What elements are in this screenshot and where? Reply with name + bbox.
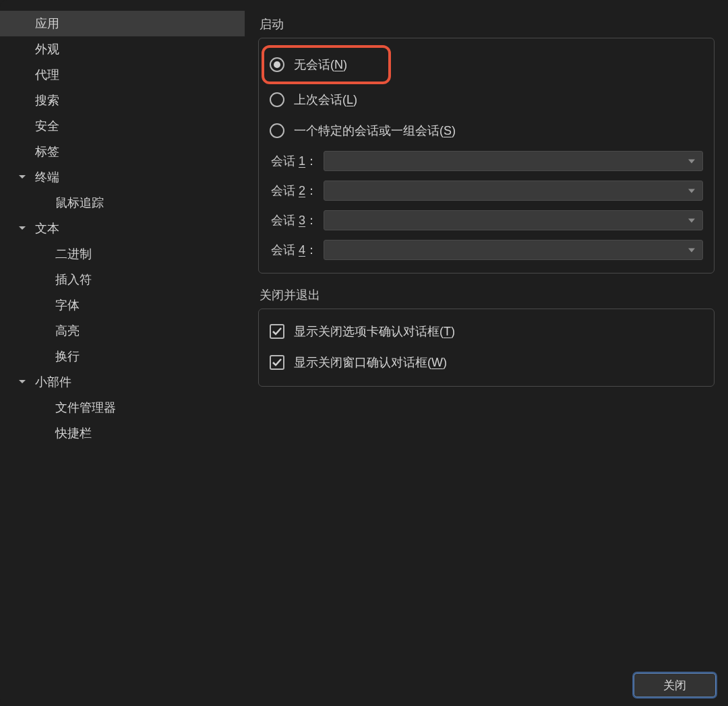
radio-label: 上次会话(L) [294, 92, 357, 108]
session-dropdown-2[interactable] [324, 181, 703, 201]
sidebar-item-label: 应用 [35, 15, 59, 32]
close-button-label: 关闭 [663, 678, 686, 693]
session-label: 会话 2： [270, 183, 324, 199]
sidebar-item-label: 搜索 [35, 92, 59, 108]
radio-label: 一个特定的会话或一组会话(S) [294, 123, 456, 139]
startup-heading: 启动 [260, 16, 715, 32]
sidebar-item-0[interactable]: 应用 [0, 11, 245, 36]
body-area: 应用外观代理搜索安全标签终端鼠标追踪文本二进制插入符字体高亮换行小部件文件管理器… [0, 0, 728, 664]
radio-icon [270, 57, 284, 72]
sidebar-item-13[interactable]: 换行 [0, 344, 245, 369]
startup-radio-1[interactable]: 上次会话(L) [270, 84, 703, 115]
session-row-1: 会话 1： [270, 146, 703, 176]
sidebar-item-10[interactable]: 插入符 [0, 267, 245, 292]
sidebar-item-label: 鼠标追踪 [55, 195, 104, 211]
session-label: 会话 3： [270, 212, 324, 228]
sidebar-item-label: 外观 [35, 41, 59, 57]
sidebar-item-1[interactable]: 外观 [0, 36, 245, 62]
checkbox-icon [270, 324, 284, 339]
chevron-down-icon[interactable] [18, 224, 27, 233]
sidebar-item-2[interactable]: 代理 [0, 62, 245, 88]
session-label: 会话 4： [270, 242, 324, 258]
sidebar-item-label: 高亮 [55, 323, 80, 339]
chevron-down-icon [688, 154, 696, 168]
dialog-footer: 关闭 [0, 664, 728, 706]
checkbox-icon [270, 355, 284, 370]
sidebar-item-label: 文本 [35, 220, 59, 236]
settings-window: 应用外观代理搜索安全标签终端鼠标追踪文本二进制插入符字体高亮换行小部件文件管理器… [0, 0, 728, 706]
chevron-down-icon[interactable] [18, 172, 27, 182]
session-row-3: 会话 3： [270, 205, 703, 235]
radio-label: 无会话(N) [294, 57, 347, 73]
radio-icon [270, 92, 284, 107]
chevron-down-icon [688, 243, 696, 257]
sidebar-item-3[interactable]: 搜索 [0, 88, 245, 113]
sidebar-item-14[interactable]: 小部件 [0, 369, 245, 395]
sidebar-item-label: 二进制 [55, 246, 92, 262]
checkbox-label: 显示关闭选项卡确认对话框(T) [294, 323, 455, 340]
sidebar-item-12[interactable]: 高亮 [0, 318, 245, 344]
session-label: 会话 1： [270, 153, 324, 169]
sidebar-item-7[interactable]: 鼠标追踪 [0, 190, 245, 216]
session-dropdown-3[interactable] [324, 210, 703, 230]
sidebar-item-label: 快捷栏 [55, 425, 92, 441]
checkbox-label: 显示关闭窗口确认对话框(W) [294, 354, 447, 371]
sidebar-item-16[interactable]: 快捷栏 [0, 420, 245, 446]
sidebar-item-label: 代理 [35, 67, 59, 83]
settings-main: 启动 无会话(N)上次会话(L)一个特定的会话或一组会话(S)会话 1：会话 2… [245, 0, 728, 664]
startup-radio-0[interactable]: 无会话(N) [262, 45, 391, 84]
chevron-down-icon[interactable] [18, 377, 27, 387]
startup-radio-2[interactable]: 一个特定的会话或一组会话(S) [270, 115, 703, 146]
sidebar-item-label: 换行 [55, 348, 80, 364]
startup-group: 无会话(N)上次会话(L)一个特定的会话或一组会话(S)会话 1：会话 2：会话… [258, 38, 715, 274]
session-row-2: 会话 2： [270, 176, 703, 205]
sidebar-item-label: 文件管理器 [55, 399, 116, 416]
sidebar-item-15[interactable]: 文件管理器 [0, 395, 245, 420]
session-dropdown-4[interactable] [324, 240, 703, 260]
sidebar-item-label: 终端 [35, 169, 59, 185]
sidebar-item-9[interactable]: 二进制 [0, 241, 245, 267]
sidebar-item-6[interactable]: 终端 [0, 164, 245, 190]
radio-icon [270, 123, 284, 138]
close-button[interactable]: 关闭 [634, 673, 716, 697]
close-exit-heading: 关闭并退出 [260, 287, 715, 303]
close-exit-group: 显示关闭选项卡确认对话框(T)显示关闭窗口确认对话框(W) [258, 309, 715, 387]
sidebar-item-8[interactable]: 文本 [0, 216, 245, 241]
close-exit-check-1[interactable]: 显示关闭窗口确认对话框(W) [270, 347, 703, 378]
sidebar-item-5[interactable]: 标签 [0, 139, 245, 164]
chevron-down-icon [688, 214, 696, 228]
settings-tree: 应用外观代理搜索安全标签终端鼠标追踪文本二进制插入符字体高亮换行小部件文件管理器… [0, 11, 245, 446]
close-exit-check-0[interactable]: 显示关闭选项卡确认对话框(T) [270, 316, 703, 347]
sidebar-item-label: 标签 [35, 143, 59, 160]
sidebar-item-label: 字体 [55, 297, 80, 313]
chevron-down-icon [688, 184, 696, 198]
sidebar-item-11[interactable]: 字体 [0, 292, 245, 318]
sidebar-item-label: 插入符 [55, 271, 92, 288]
sidebar-item-4[interactable]: 安全 [0, 113, 245, 139]
settings-sidebar: 应用外观代理搜索安全标签终端鼠标追踪文本二进制插入符字体高亮换行小部件文件管理器… [0, 0, 245, 664]
session-dropdown-1[interactable] [324, 151, 703, 171]
session-row-4: 会话 4： [270, 235, 703, 265]
sidebar-item-label: 安全 [35, 118, 59, 134]
sidebar-item-label: 小部件 [35, 374, 71, 390]
